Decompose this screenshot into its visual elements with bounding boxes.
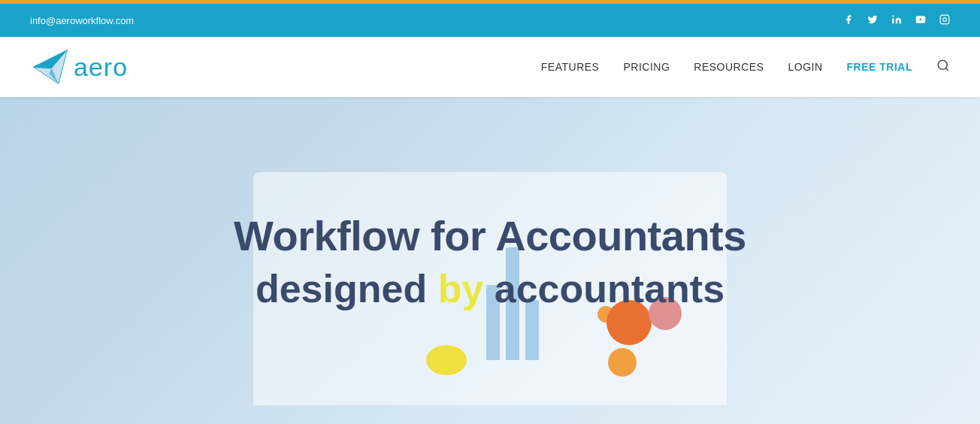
- nav-links: FEATURES PRICING RESOURCES LOGIN FREE TR…: [541, 59, 950, 76]
- chart-dot-salmon: [649, 297, 682, 330]
- nav-features[interactable]: FEATURES: [541, 61, 600, 73]
- youtube-icon[interactable]: [915, 14, 926, 27]
- svg-line-9: [945, 68, 948, 70]
- facebook-icon[interactable]: [843, 14, 854, 27]
- contact-email: info@aeroworkflow.com: [30, 15, 134, 26]
- svg-point-8: [938, 60, 947, 69]
- chart-bar-3: [525, 300, 539, 360]
- instagram-icon[interactable]: [939, 14, 950, 27]
- svg-point-0: [892, 15, 894, 17]
- navbar: aero FEATURES PRICING RESOURCES LOGIN FR…: [0, 37, 980, 97]
- nav-login[interactable]: LOGIN: [788, 61, 822, 73]
- chart-bar-1: [486, 285, 500, 360]
- nav-free-trial[interactable]: FREE TRIAL: [847, 61, 912, 73]
- logo-link[interactable]: aero: [30, 47, 128, 87]
- logo-icon: [30, 47, 71, 87]
- chart-bar-2: [506, 247, 519, 360]
- hero-section: Workflow for Accountants designed by acc…: [0, 97, 980, 424]
- chart-dot-yellow: [426, 345, 467, 375]
- top-bar: info@aeroworkflow.com: [0, 4, 980, 37]
- svg-rect-2: [940, 15, 949, 24]
- social-icons: [843, 14, 950, 27]
- nav-resources[interactable]: RESOURCES: [694, 61, 764, 73]
- mockup-screen: [253, 172, 727, 405]
- logo-text: aero: [74, 53, 128, 82]
- linkedin-icon[interactable]: [891, 14, 902, 27]
- nav-pricing[interactable]: PRICING: [623, 61, 670, 73]
- twitter-icon[interactable]: [867, 14, 878, 27]
- chart-dot-orange-medium: [608, 348, 637, 377]
- hero-mockup: [250, 172, 730, 424]
- search-icon[interactable]: [936, 59, 950, 76]
- chart-dot-orange-large: [606, 300, 652, 345]
